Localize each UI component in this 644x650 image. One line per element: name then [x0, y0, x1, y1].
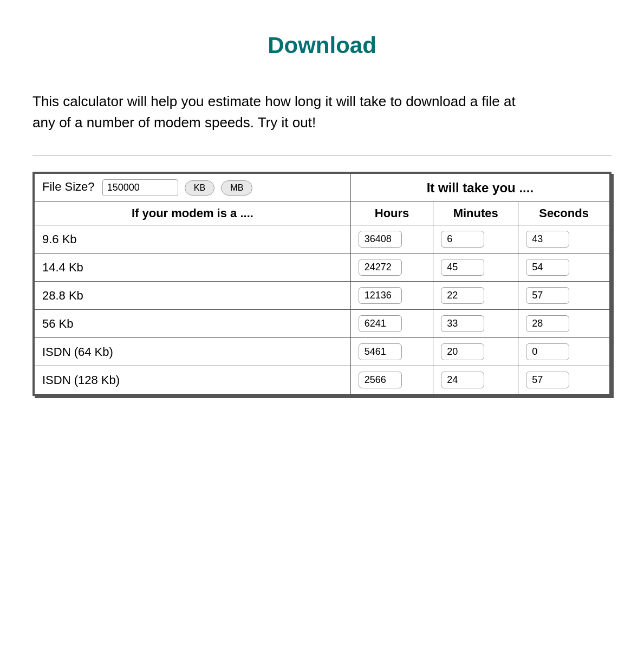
hours-value: 6241 [359, 315, 402, 332]
minutes-column-header: Minutes [433, 202, 518, 225]
minutes-value-cell: 6 [433, 225, 518, 253]
hours-value: 12136 [359, 287, 402, 304]
file-size-label: File Size? [42, 180, 95, 193]
seconds-value: 0 [526, 343, 569, 360]
modem-name: 14.4 Kb [35, 253, 351, 282]
hours-value-cell: 36408 [350, 225, 433, 253]
minutes-value-cell: 22 [433, 282, 518, 310]
header-row: File Size? KB MB It will take you .... [35, 174, 610, 202]
table-row: 9.6 Kb36408643 [35, 225, 610, 253]
modem-name: 28.8 Kb [35, 282, 351, 310]
seconds-value: 28 [526, 315, 569, 332]
modem-name: 56 Kb [35, 310, 351, 338]
minutes-value-cell: 20 [433, 338, 518, 366]
hours-value: 36408 [359, 231, 402, 248]
seconds-value-cell: 0 [518, 338, 610, 366]
kb-button[interactable]: KB [185, 180, 214, 196]
seconds-column-header: Seconds [518, 202, 610, 225]
seconds-value-cell: 43 [518, 225, 610, 253]
seconds-value: 57 [526, 372, 569, 388]
modem-name: ISDN (64 Kb) [35, 338, 351, 366]
modem-name: ISDN (128 Kb) [35, 366, 351, 394]
mb-button[interactable]: MB [221, 180, 252, 196]
calculator-wrapper: File Size? KB MB It will take you .... I… [32, 172, 612, 396]
minutes-value-cell: 33 [433, 310, 518, 338]
table-row: 14.4 Kb242724554 [35, 253, 610, 282]
seconds-value: 57 [526, 287, 569, 304]
minutes-value: 33 [441, 315, 484, 332]
file-size-cell: File Size? KB MB [35, 174, 351, 202]
divider [32, 155, 612, 155]
hours-value: 5461 [359, 343, 402, 360]
hours-value-cell: 6241 [350, 310, 433, 338]
modem-column-header: If your modem is a .... [35, 202, 351, 225]
hours-value-cell: 5461 [350, 338, 433, 366]
seconds-value-cell: 28 [518, 310, 610, 338]
table-row: 28.8 Kb121362257 [35, 282, 610, 310]
seconds-value: 43 [526, 231, 569, 248]
minutes-value: 20 [441, 343, 484, 360]
hours-value: 24272 [359, 259, 402, 276]
file-size-input[interactable] [102, 179, 178, 196]
minutes-value: 22 [441, 287, 484, 304]
modem-name: 9.6 Kb [35, 225, 351, 253]
hours-value: 2566 [359, 372, 402, 388]
minutes-value: 6 [441, 231, 484, 248]
it-will-take-cell: It will take you .... [350, 174, 609, 202]
hours-value-cell: 2566 [350, 366, 433, 394]
hours-value-cell: 24272 [350, 253, 433, 282]
seconds-value-cell: 57 [518, 282, 610, 310]
minutes-value-cell: 45 [433, 253, 518, 282]
seconds-value-cell: 57 [518, 366, 610, 394]
page-title: Download [32, 32, 612, 58]
hours-column-header: Hours [350, 202, 433, 225]
table-row: 56 Kb62413328 [35, 310, 610, 338]
column-headers-row: If your modem is a .... Hours Minutes Se… [35, 202, 610, 225]
minutes-value: 45 [441, 259, 484, 276]
minutes-value: 24 [441, 372, 484, 388]
seconds-value-cell: 54 [518, 253, 610, 282]
description-text: This calculator will help you estimate h… [32, 91, 520, 133]
seconds-value: 54 [526, 259, 569, 276]
main-table: File Size? KB MB It will take you .... I… [34, 173, 610, 394]
table-row: ISDN (64 Kb)5461200 [35, 338, 610, 366]
table-row: ISDN (128 Kb)25662457 [35, 366, 610, 394]
hours-value-cell: 12136 [350, 282, 433, 310]
minutes-value-cell: 24 [433, 366, 518, 394]
